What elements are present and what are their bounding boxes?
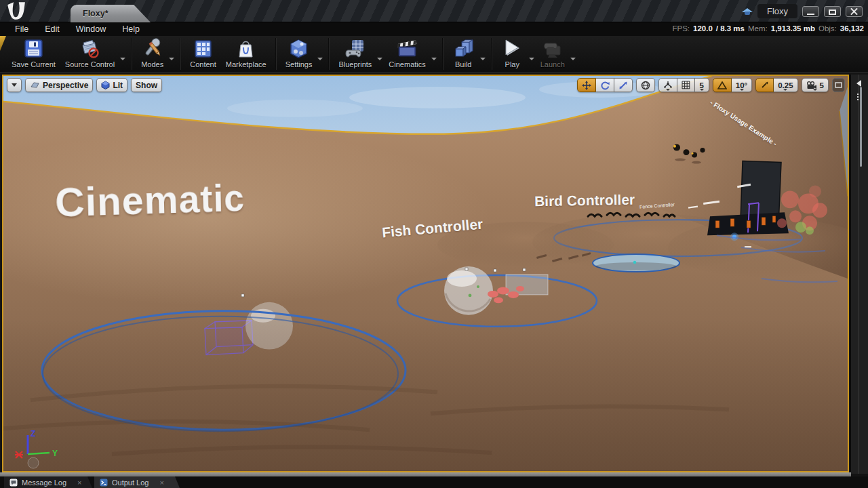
objs-label: Objs: (818, 24, 837, 33)
lit-label: Lit (113, 81, 123, 90)
play-button[interactable]: Play (496, 36, 528, 72)
play-dropdown[interactable] (529, 58, 534, 60)
maximize-viewport-icon (835, 82, 842, 88)
content-button[interactable]: Content (185, 36, 221, 72)
content-label: Content (190, 60, 216, 68)
source-control-dropdown[interactable] (120, 58, 125, 60)
marketplace-cap-icon[interactable] (742, 7, 753, 16)
launch-dropdown[interactable] (570, 58, 576, 60)
viewport-options-button[interactable] (7, 78, 22, 92)
blueprints-button[interactable]: Blueprints (334, 36, 376, 72)
status-bar: Message Log × Output Log × (0, 476, 868, 488)
modes-label: Modes (141, 60, 163, 68)
launch-button[interactable]: Launch (536, 36, 570, 72)
title-bar[interactable]: Floxy* Floxy (0, 0, 868, 22)
viewport-toolbar: Perspective Lit Show (7, 78, 845, 93)
cinematics-dropdown[interactable] (431, 58, 437, 60)
expand-panel-arrow-icon[interactable] (856, 80, 861, 87)
build-blocks-icon (452, 38, 475, 60)
floppy-disk-icon (22, 38, 45, 60)
toolbar-gold-wedge (0, 36, 6, 51)
perspective-button[interactable]: Perspective (25, 78, 93, 92)
window-title: Floxy (757, 4, 797, 18)
globe-icon (641, 81, 650, 90)
performance-stats: FPS: 120.0 / 8.3 ms Mem: 1,913.35 mb Obj… (672, 24, 864, 33)
close-button[interactable] (846, 6, 863, 17)
rotation-snap-group: 10° (713, 78, 752, 92)
cinematics-button[interactable]: Cinematics (384, 36, 430, 72)
show-flags-button[interactable]: Show (131, 78, 162, 92)
blueprints-gamepad-icon (344, 38, 366, 60)
unreal-editor-window: Floxy* Floxy File Edit Window Help FPS: … (0, 0, 868, 488)
camera-speed-button[interactable]: 5 (802, 78, 829, 92)
coordinate-space-group (636, 78, 655, 92)
menu-file[interactable]: File (7, 23, 37, 35)
grid-snap-toggle-button[interactable] (677, 78, 695, 92)
scene-render (3, 76, 848, 471)
perspective-icon (30, 81, 40, 89)
cinematics-label: Cinematics (389, 60, 425, 68)
camera-speed-group: 5 (802, 78, 829, 92)
message-log-icon (9, 479, 18, 487)
grid-icon (682, 81, 690, 89)
marketplace-label: Marketplace (226, 60, 267, 68)
build-dropdown[interactable] (480, 58, 486, 60)
output-log-close-icon[interactable]: × (159, 479, 163, 487)
level-viewport[interactable]: Cinematic Fish Controller Bird Controlle… (2, 75, 849, 472)
output-log-label: Output Log (112, 479, 149, 487)
lit-mode-button[interactable]: Lit (96, 78, 127, 92)
world-space-button[interactable] (636, 78, 655, 92)
source-control-label: Source Control (65, 60, 115, 68)
build-button[interactable]: Build (448, 36, 479, 72)
wrench-pencil-icon (141, 38, 163, 60)
scale-tool-button[interactable] (614, 78, 633, 92)
collapsed-panel-strip (850, 75, 868, 474)
clapperboard-icon (396, 38, 418, 60)
surface-snap-button[interactable] (658, 78, 677, 92)
menu-bar: File Edit Window Help FPS: 120.0 / 8.3 m… (0, 22, 868, 36)
rotation-snap-toggle-button[interactable] (713, 78, 732, 92)
rotation-snap-value-button[interactable]: 10° (732, 78, 752, 92)
source-control-button[interactable]: Source Control (60, 36, 119, 72)
move-tool-button[interactable] (577, 78, 596, 92)
settings-cube-icon (288, 38, 310, 60)
panel-grip-icon[interactable] (857, 94, 859, 95)
grid-snap-value: 5 (700, 81, 704, 89)
fps-value: 120.0 (693, 24, 713, 33)
show-label: Show (136, 81, 157, 90)
play-icon (501, 38, 524, 60)
blueprints-dropdown[interactable] (377, 58, 382, 60)
message-log-tab[interactable]: Message Log × (4, 476, 92, 488)
settings-dropdown[interactable] (317, 58, 323, 60)
output-log-tab[interactable]: Output Log × (94, 476, 180, 488)
grid-snap-value-button[interactable]: 5 (695, 78, 709, 92)
move-tool-icon (582, 81, 591, 90)
build-label: Build (455, 60, 471, 68)
maximize-button[interactable] (824, 6, 841, 17)
level-tab[interactable]: Floxy* (71, 5, 151, 22)
message-log-label: Message Log (22, 479, 66, 487)
settings-button[interactable]: Settings (281, 36, 317, 72)
angle-snap-icon (717, 81, 727, 89)
menu-edit[interactable]: Edit (37, 23, 68, 35)
scale-snap-icon (760, 81, 769, 89)
menu-help[interactable]: Help (114, 23, 148, 35)
rotate-tool-button[interactable] (596, 78, 614, 92)
camera-speed-value: 5 (820, 81, 824, 89)
panel-scrollbar[interactable] (860, 87, 862, 167)
message-log-close-icon[interactable]: × (77, 479, 81, 487)
menu-window[interactable]: Window (68, 23, 114, 35)
maximize-viewport-button[interactable] (832, 78, 845, 92)
scale-snap-value: 0.25 (778, 81, 793, 89)
modes-dropdown[interactable] (169, 58, 174, 60)
rotate-tool-icon (600, 81, 610, 90)
scale-snap-toggle-button[interactable] (755, 78, 774, 92)
scale-snap-value-button[interactable]: 0.25 (774, 78, 797, 92)
modes-button[interactable]: Modes (136, 36, 168, 72)
marketplace-bag-icon (235, 38, 257, 60)
marketplace-button[interactable]: Marketplace (221, 36, 271, 72)
perspective-label: Perspective (43, 81, 88, 90)
maximize-icon (829, 9, 836, 15)
save-current-button[interactable]: Save Current (7, 36, 60, 72)
minimize-button[interactable] (802, 6, 819, 17)
